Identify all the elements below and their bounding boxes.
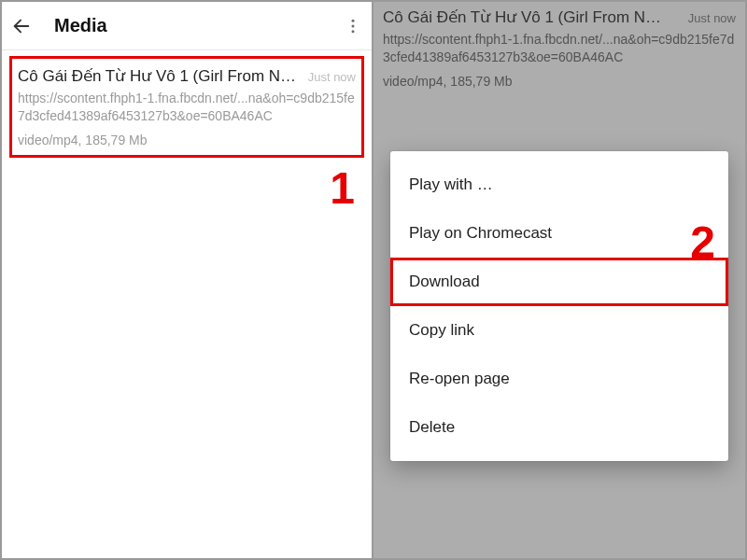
media-item-time: Just now <box>688 11 736 25</box>
media-item-bg: Cô Gái Đến Từ Hư Vô 1 (Girl From N… Just… <box>374 2 745 96</box>
menu-item-reopen-page[interactable]: Re-open page <box>390 355 728 403</box>
menu-item-copy-link[interactable]: Copy link <box>390 306 728 355</box>
tutorial-frame: Media Cô Gái Đến Từ Hư Vô 1 (Girl From N… <box>0 0 747 560</box>
menu-item-play-with[interactable]: Play with … <box>390 161 728 209</box>
media-item-url: https://scontent.fhph1-1.fna.fbcdn.net/.… <box>18 90 356 125</box>
left-pane: Media Cô Gái Đến Từ Hư Vô 1 (Girl From N… <box>2 2 374 558</box>
media-item-time: Just now <box>308 70 356 84</box>
back-icon[interactable] <box>11 16 32 36</box>
more-icon[interactable] <box>344 17 362 35</box>
menu-item-play-chromecast[interactable]: Play on Chromecast <box>390 209 728 258</box>
right-pane: Cô Gái Đến Từ Hư Vô 1 (Girl From N… Just… <box>374 2 745 558</box>
media-item[interactable]: Cô Gái Đến Từ Hư Vô 1 (Girl From N… Just… <box>9 56 364 158</box>
svg-point-2 <box>352 24 355 27</box>
svg-point-3 <box>352 30 355 33</box>
context-menu: Play with … Play on Chromecast Download … <box>390 151 728 461</box>
step-label-1: 1 <box>330 162 355 214</box>
topbar: Media <box>2 2 372 50</box>
media-item-url: https://scontent.fhph1-1.fna.fbcdn.net/.… <box>383 31 736 66</box>
page-title: Media <box>54 15 107 36</box>
menu-item-download[interactable]: Download <box>390 258 728 306</box>
media-item-meta: video/mp4, 185,79 Mb <box>383 74 736 89</box>
svg-point-1 <box>352 19 355 21</box>
menu-item-delete[interactable]: Delete <box>390 403 728 452</box>
media-item-meta: video/mp4, 185,79 Mb <box>18 133 356 147</box>
media-item-title: Cô Gái Đến Từ Hư Vô 1 (Girl From N… <box>383 7 681 27</box>
step-label-2: 2 <box>690 217 715 268</box>
media-item-title: Cô Gái Đến Từ Hư Vô 1 (Girl From N… <box>18 66 301 86</box>
